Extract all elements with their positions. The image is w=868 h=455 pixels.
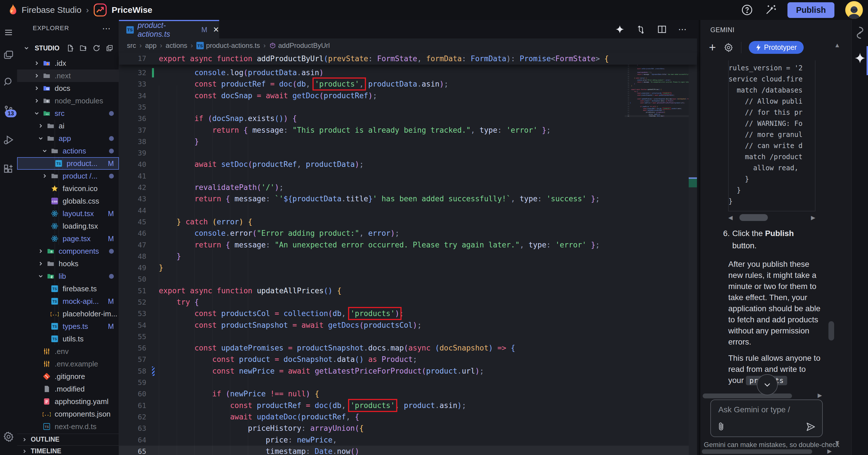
chevron-down-icon bbox=[34, 110, 43, 117]
run-debug-icon[interactable] bbox=[0, 132, 17, 147]
changes-dot-badge bbox=[109, 136, 114, 141]
more-actions-icon[interactable]: ⋯ bbox=[678, 24, 687, 34]
scroll-down-icon[interactable]: ▼ bbox=[834, 439, 840, 447]
tree-item-components.json[interactable]: {..}components.json bbox=[17, 408, 119, 420]
tree-item-node-modules[interactable]: node_modules bbox=[17, 94, 119, 107]
tree-item-utils.ts[interactable]: TSutils.ts bbox=[17, 333, 119, 345]
new-file-icon[interactable] bbox=[66, 44, 74, 52]
scroll-left-icon[interactable]: ◀ bbox=[728, 214, 733, 221]
send-icon[interactable] bbox=[806, 422, 816, 432]
tree-item-docs[interactable]: docs bbox=[17, 82, 119, 94]
tree-item-next-env.d.ts[interactable]: TSnext-env.d.ts bbox=[17, 420, 119, 433]
braces-icon: {..} bbox=[51, 310, 61, 318]
gemini-input-box[interactable]: Ask Gemini or type / bbox=[710, 399, 823, 437]
breadcrumb-item[interactable]: TSproduct-actions.ts bbox=[196, 41, 260, 50]
gemini-sparkle-icon[interactable] bbox=[615, 25, 625, 34]
refresh-icon[interactable] bbox=[92, 44, 100, 52]
breadcrumb-chevron-icon: › bbox=[140, 41, 142, 50]
breadcrumb-item[interactable]: app bbox=[145, 41, 157, 50]
breadcrumb-item[interactable]: src bbox=[127, 41, 136, 50]
firestore-rules-code-block[interactable]: rules_version = '2service cloud.firematc… bbox=[728, 60, 815, 211]
gemini-tab-sparkle-icon[interactable] bbox=[852, 52, 868, 64]
magic-wand-icon[interactable] bbox=[764, 4, 777, 16]
ts-icon: TS bbox=[51, 285, 61, 293]
hscrollbar-thumb[interactable] bbox=[739, 214, 768, 221]
tab-close-icon[interactable]: ✕ bbox=[213, 25, 219, 34]
breadcrumb-item[interactable]: actions bbox=[166, 41, 187, 50]
chat-hscrollbar[interactable] bbox=[703, 394, 792, 398]
outline-section[interactable]: OUTLINE bbox=[17, 434, 119, 445]
new-folder-icon[interactable] bbox=[80, 44, 87, 52]
compare-changes-icon[interactable] bbox=[636, 25, 646, 34]
scroll-up-icon[interactable]: ▲ bbox=[834, 41, 840, 49]
user-avatar[interactable] bbox=[845, 1, 863, 19]
tree-item-actions[interactable]: actions bbox=[17, 145, 119, 157]
code-line-41: 41 bbox=[119, 170, 689, 182]
tree-item-firebase.ts[interactable]: TSfirebase.ts bbox=[17, 282, 119, 295]
code-block-hscrollbar[interactable]: ◀ ▶ bbox=[728, 214, 815, 221]
scrollbar-change-marker bbox=[689, 179, 697, 187]
tree-item-.env.example[interactable]: .env.example bbox=[17, 358, 119, 370]
typescript-icon: TS bbox=[126, 26, 134, 34]
explorer-icon[interactable] bbox=[0, 48, 17, 63]
tree-item-globals.css[interactable]: CSSglobals.css bbox=[17, 195, 119, 207]
tree-item-.modified[interactable]: .modified bbox=[17, 383, 119, 395]
tree-item-.gitignore[interactable]: .gitignore bbox=[17, 370, 119, 383]
source-control-icon[interactable]: 13 bbox=[0, 102, 17, 117]
tree-item-src[interactable]: <>src bbox=[17, 107, 119, 120]
tree-item-loading.tsx[interactable]: loading.tsx bbox=[17, 220, 119, 232]
search-icon[interactable] bbox=[0, 74, 17, 89]
tree-item-placeholder-im...[interactable]: {..}placeholder-im... bbox=[17, 307, 119, 320]
tree-item-apphosting.yaml[interactable]: apphosting.yaml bbox=[17, 395, 119, 408]
gemini-settings-icon[interactable] bbox=[723, 42, 734, 53]
chevron-down-icon bbox=[23, 45, 32, 51]
code-viewport[interactable]: 32console.log(productData.asin)33const p… bbox=[119, 53, 697, 455]
changes-dot-badge bbox=[109, 249, 114, 254]
editor-scrollbar[interactable] bbox=[689, 53, 697, 455]
timeline-section[interactable]: TIMELINE bbox=[17, 445, 119, 455]
tree-item-page.tsx[interactable]: page.tsxM bbox=[17, 232, 119, 245]
tree-item-components[interactable]: components bbox=[17, 245, 119, 257]
tab-product-actions[interactable]: TS product-actions.ts M ✕ bbox=[119, 20, 219, 38]
extensions-icon[interactable] bbox=[0, 162, 17, 177]
attach-paperclip-icon[interactable] bbox=[717, 422, 726, 432]
editor-group: TS product-actions.ts M ✕ ⋯ bbox=[119, 20, 697, 455]
scroll-right-icon[interactable]: ▶ bbox=[811, 214, 815, 221]
tree-item-app[interactable]: app bbox=[17, 132, 119, 145]
collapse-all-icon[interactable] bbox=[105, 44, 114, 52]
divider bbox=[741, 42, 741, 53]
minimap[interactable]: 32console.log(productData.asin)33const p… bbox=[625, 53, 689, 189]
scroll-right-icon[interactable]: ▶ bbox=[818, 392, 822, 399]
tree-item-lib[interactable]: lib bbox=[17, 270, 119, 282]
scroll-right-icon[interactable]: ▶ bbox=[827, 448, 832, 454]
tree-item-ai[interactable]: ai bbox=[17, 120, 119, 132]
tree-item-types.ts[interactable]: TStypes.tsM bbox=[17, 320, 119, 333]
split-editor-icon[interactable] bbox=[657, 25, 667, 34]
css-icon: CSS bbox=[51, 197, 61, 205]
studio-section-header[interactable]: STUDIO bbox=[17, 41, 119, 55]
scroll-to-bottom-button[interactable] bbox=[757, 374, 778, 395]
prototyper-badge[interactable]: Prototyper bbox=[749, 41, 804, 54]
settings-gear-icon[interactable] bbox=[0, 429, 17, 444]
tree-item-.idx[interactable]: .idx bbox=[17, 57, 119, 69]
tree-item-.env[interactable]: .env bbox=[17, 345, 119, 358]
gemini-title: GEMINI bbox=[710, 26, 735, 34]
chat-vscrollbar-thumb[interactable] bbox=[829, 321, 834, 340]
tree-item-favicon.ico[interactable]: favicon.ico bbox=[17, 182, 119, 195]
new-chat-icon[interactable]: + bbox=[709, 42, 716, 53]
help-icon[interactable] bbox=[741, 4, 753, 16]
menu-hamburger-icon[interactable] bbox=[0, 25, 17, 40]
tree-item-hooks[interactable]: hooks bbox=[17, 257, 119, 270]
breadcrumb-item[interactable]: addProductByUrl bbox=[269, 41, 330, 50]
panel-hscrollbar[interactable] bbox=[702, 449, 812, 454]
tree-item-.next[interactable]: .next bbox=[17, 69, 119, 82]
tree-item-product...[interactable]: TSproduct...M bbox=[17, 157, 119, 170]
code-line-59: 59 bbox=[119, 377, 689, 388]
studio-spark-icon[interactable] bbox=[852, 26, 868, 39]
tree-item-product-...[interactable]: product /... bbox=[17, 170, 119, 182]
publish-button[interactable]: Publish bbox=[787, 2, 834, 18]
sticky-scroll-header[interactable]: 17export async function addProductByUrl(… bbox=[119, 53, 697, 65]
tree-item-layout.tsx[interactable]: layout.tsxM bbox=[17, 207, 119, 220]
tree-item-mock-api...[interactable]: TSmock-api...M bbox=[17, 295, 119, 307]
explorer-more-icon[interactable]: ⋯ bbox=[102, 23, 111, 33]
